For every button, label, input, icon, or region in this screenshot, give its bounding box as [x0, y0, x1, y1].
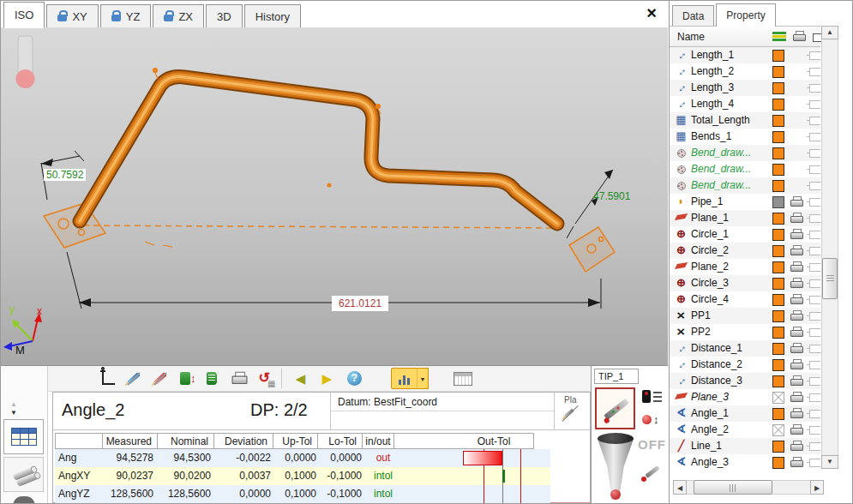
view-tab-yz[interactable]: YZ — [100, 4, 152, 27]
view-tab-3d[interactable]: 3D — [206, 4, 243, 27]
results-row[interactable]: AngYZ 128,5600 128,5600 0,0000 0,1000 -0… — [55, 485, 550, 503]
print-icon[interactable] — [790, 213, 803, 224]
label-checkbox[interactable] — [809, 296, 820, 304]
color-swatch[interactable] — [772, 82, 784, 94]
label-checkbox[interactable] — [809, 426, 820, 435]
feature-row[interactable]: Bend_draw... — [670, 177, 820, 194]
color-swatch[interactable] — [772, 66, 784, 78]
feature-row[interactable]: PP1 — [670, 308, 820, 324]
pipe-view-button[interactable] — [3, 457, 44, 492]
color-swatch[interactable] — [772, 441, 784, 453]
label-checkbox[interactable] — [809, 247, 820, 255]
vertical-scrollbar-track[interactable] — [821, 39, 838, 455]
feature-row[interactable]: Pipe_1 — [670, 194, 820, 210]
feature-row[interactable]: Bend_draw... — [670, 145, 820, 161]
print-icon[interactable] — [790, 229, 803, 240]
help-icon[interactable]: ? — [343, 368, 366, 389]
label-checkbox[interactable] — [809, 345, 820, 353]
print-icon[interactable] — [790, 359, 803, 370]
nominal-tolerance-icon[interactable] — [173, 368, 196, 389]
label-checkbox[interactable] — [809, 377, 820, 386]
color-swatch[interactable] — [772, 50, 784, 62]
feature-row[interactable]: Circle_1 — [670, 226, 820, 243]
feature-row[interactable]: Circle_3 — [670, 275, 820, 291]
color-swatch[interactable] — [772, 424, 784, 436]
chart-view-button[interactable] — [391, 368, 417, 389]
label-checkbox[interactable] — [809, 328, 820, 337]
color-swatch[interactable] — [772, 245, 784, 257]
view-tab-history[interactable]: History — [244, 4, 301, 27]
view-tab-zx[interactable]: ZX — [153, 4, 204, 27]
label-checkbox[interactable] — [809, 459, 820, 467]
color-swatch[interactable] — [772, 99, 784, 111]
small-probe-icon[interactable] — [640, 465, 664, 487]
edit-nominal-icon[interactable] — [148, 368, 171, 389]
feature-row[interactable]: Distance_1 — [670, 340, 820, 357]
print-icon[interactable] — [790, 327, 803, 338]
label-checkbox[interactable] — [809, 117, 820, 125]
label-checkbox[interactable] — [809, 361, 820, 369]
print-icon[interactable] — [790, 375, 803, 387]
label-checkbox[interactable] — [809, 133, 820, 141]
feature-row[interactable]: Length_1 — [670, 47, 820, 63]
label-checkbox[interactable] — [809, 231, 820, 239]
feature-row[interactable]: Circle_4 — [670, 291, 820, 308]
color-swatch[interactable] — [772, 457, 784, 469]
feature-report-icon[interactable] — [200, 368, 223, 389]
feature-row[interactable]: Length_2 — [670, 63, 820, 80]
name-column-header[interactable]: Name — [677, 31, 705, 43]
feature-row[interactable]: Distance_3 — [670, 373, 820, 389]
color-swatch[interactable] — [772, 213, 784, 225]
label-checkbox[interactable] — [809, 214, 820, 223]
print-icon[interactable] — [790, 310, 803, 321]
panel-scroll-up-icon[interactable]: ▲ — [8, 400, 20, 408]
scroll-up-button[interactable]: ▲ — [821, 26, 838, 39]
feature-row[interactable]: Plane_3 — [670, 389, 820, 405]
color-swatch[interactable] — [772, 180, 784, 192]
label-checkbox[interactable] — [809, 393, 820, 402]
next-view-button[interactable] — [13, 496, 35, 504]
label-checkbox[interactable] — [809, 279, 820, 288]
feature-row[interactable]: Length_3 — [670, 80, 820, 96]
table-view-button[interactable] — [3, 419, 44, 454]
horizontal-scrollbar-thumb[interactable] — [694, 480, 772, 495]
viewport-3d[interactable]: 50.7592 47.5901 621.0121 x y M — [1, 27, 668, 365]
view-tab-xy[interactable]: XY — [46, 4, 98, 27]
print-icon[interactable] — [790, 294, 803, 305]
scroll-right-button[interactable]: ▶ — [810, 480, 824, 495]
color-swatch[interactable] — [772, 359, 784, 371]
feature-row[interactable]: Bend_draw... — [670, 161, 820, 177]
color-swatch[interactable] — [772, 392, 784, 404]
color-swatch[interactable] — [772, 278, 784, 290]
feature-row[interactable]: PP2 — [670, 324, 820, 340]
label-checkbox[interactable] — [809, 51, 820, 60]
color-swatch[interactable] — [772, 131, 784, 143]
recalculate-icon[interactable] — [255, 368, 278, 389]
color-swatch[interactable] — [772, 310, 784, 322]
feature-row[interactable]: Plane_1 — [670, 210, 820, 226]
tab-data[interactable]: Data — [672, 5, 714, 26]
feature-row[interactable]: Circle_2 — [670, 243, 820, 259]
panel-scroll-down-icon[interactable]: ▼ — [8, 409, 20, 417]
color-swatch[interactable] — [772, 115, 784, 127]
color-swatch[interactable] — [772, 147, 784, 159]
feature-row[interactable]: Line_1 — [670, 438, 820, 454]
grid-view-icon[interactable] — [451, 368, 474, 389]
print-icon[interactable] — [790, 392, 803, 403]
color-swatch[interactable] — [772, 261, 784, 273]
print-icon[interactable] — [790, 278, 803, 289]
color-swatch[interactable] — [772, 375, 784, 387]
print-icon[interactable] — [790, 196, 803, 207]
color-swatch[interactable] — [772, 343, 784, 355]
chart-dropdown-button[interactable]: ▼ — [417, 368, 429, 389]
label-checkbox[interactable] — [809, 312, 820, 321]
color-stack-icon[interactable] — [772, 32, 786, 42]
label-checkbox[interactable] — [809, 198, 820, 207]
color-swatch[interactable] — [772, 408, 784, 420]
scroll-down-button[interactable]: ▼ — [821, 455, 838, 469]
feature-row[interactable]: Bends_1 — [670, 129, 820, 145]
color-swatch[interactable] — [772, 164, 784, 176]
active-tip-button[interactable] — [595, 387, 635, 429]
feature-row[interactable]: Total_Length — [670, 112, 820, 129]
color-swatch[interactable] — [772, 327, 784, 339]
